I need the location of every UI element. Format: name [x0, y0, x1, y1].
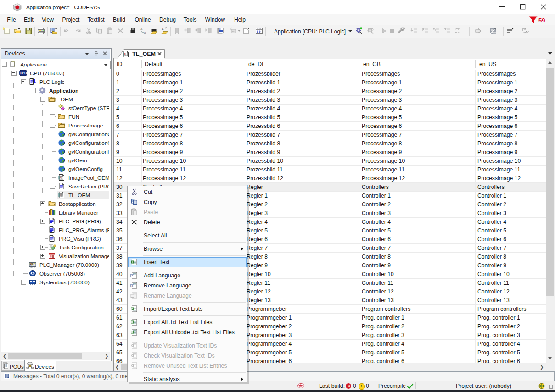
svg-text:CPU: CPU	[20, 71, 27, 75]
svg-text:B: B	[144, 31, 146, 34]
svg-text:PLC: PLC	[30, 263, 34, 265]
svg-text:A: A	[140, 28, 143, 31]
svg-text:A: A	[162, 28, 164, 31]
